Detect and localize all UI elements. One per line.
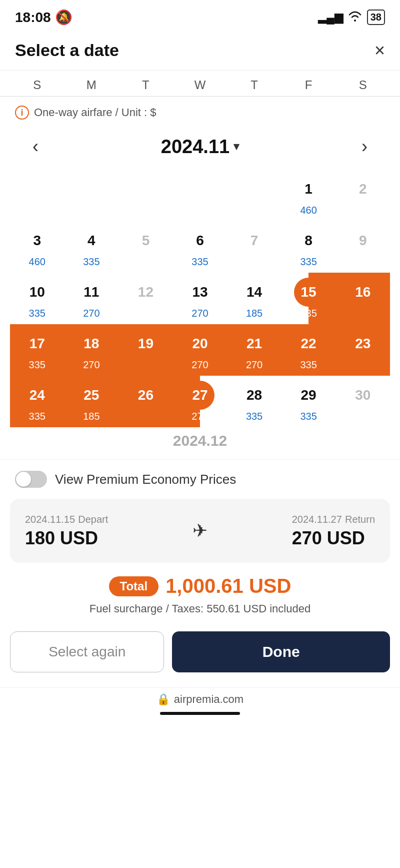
return-amount: 270 USD [292, 528, 375, 549]
lock-icon: 🔒 [156, 693, 170, 706]
done-button[interactable]: Done [172, 631, 390, 672]
premium-economy-toggle-row: View Premium Economy Prices [0, 459, 400, 499]
status-bar: 18:08 🔕 ▂▄▆ 38 [0, 0, 400, 31]
return-date-label: 2024.11.27 Return [292, 513, 375, 526]
calendar-day-empty [227, 170, 282, 221]
day-tue: T [118, 78, 173, 92]
calendar-day-18[interactable]: 18 270 [64, 324, 119, 376]
calendar-day-21[interactable]: 21 270 [227, 324, 282, 376]
day-thu: T [227, 78, 282, 92]
prev-month-button[interactable]: ‹ [25, 134, 46, 160]
signal-icon: ▂▄▆ [318, 11, 343, 24]
info-text: One-way airfare / Unit : $ [34, 106, 156, 119]
month-title: 2024.11 ▾ [161, 136, 239, 158]
footer-domain: 🔒 airpremia.com [156, 693, 244, 706]
calendar-day-empty [118, 170, 173, 221]
mute-icon: 🔕 [55, 9, 72, 26]
calendar-day-2[interactable]: 2 [336, 170, 390, 221]
fare-summary: 2024.11.15 Depart 180 USD ✈ 2024.11.27 R… [10, 499, 390, 563]
status-left: 18:08 🔕 [15, 9, 72, 26]
calendar-day-15[interactable]: 15 335 [282, 273, 336, 324]
footer: 🔒 airpremia.com [0, 687, 400, 725]
calendar-day-empty [64, 170, 119, 221]
page-title: Select a date [15, 41, 119, 60]
calendar-day-10[interactable]: 10 335 [10, 273, 64, 324]
calendar-day-27[interactable]: 27 270 [173, 376, 228, 427]
total-row: Total 1,000.61 USD [10, 575, 390, 597]
calendar-day-empty [173, 170, 228, 221]
calendar-grid: 1 460 2 3 460 4 335 5 6 335 7 8 335 9 10… [0, 170, 400, 427]
total-badge: Total [109, 576, 159, 596]
return-fare: 2024.11.27 Return 270 USD [292, 513, 375, 549]
battery-indicator: 38 [367, 10, 385, 25]
next-month-button[interactable]: › [354, 134, 375, 160]
depart-fare: 2024.11.15 Depart 180 USD [25, 513, 108, 549]
total-section: Total 1,000.61 USD Fuel surcharge / Taxe… [0, 563, 400, 621]
depart-amount: 180 USD [25, 528, 108, 549]
day-fri: F [282, 78, 336, 92]
page-header: Select a date × [0, 31, 400, 71]
calendar-day-13[interactable]: 13 270 [173, 273, 228, 324]
weekday-headers: S M T W T F S [0, 71, 400, 97]
toggle-knob [16, 472, 31, 487]
next-month-peek: 2024.12 [0, 427, 400, 459]
select-again-button[interactable]: Select again [10, 631, 164, 672]
calendar-day-22[interactable]: 22 335 [282, 324, 336, 376]
calendar-day-30[interactable]: 30 [336, 376, 390, 427]
day-mon: M [64, 78, 119, 92]
calendar-day-5[interactable]: 5 [118, 221, 173, 273]
day-wed: W [173, 78, 228, 92]
premium-economy-label: View Premium Economy Prices [55, 472, 236, 487]
day-sun: S [10, 78, 64, 92]
calendar-day-11[interactable]: 11 270 [64, 273, 119, 324]
calendar-day-1[interactable]: 1 460 [282, 170, 336, 221]
calendar-day-23[interactable]: 23 [336, 324, 390, 376]
depart-date-label: 2024.11.15 Depart [25, 513, 108, 526]
domain-text: airpremia.com [174, 693, 244, 706]
calendar-day-24[interactable]: 24 335 [10, 376, 64, 427]
action-buttons: Select again Done [0, 621, 400, 687]
wifi-icon [348, 11, 362, 25]
calendar-day-12[interactable]: 12 [118, 273, 173, 324]
calendar-day-19[interactable]: 19 [118, 324, 173, 376]
calendar-day-3[interactable]: 3 460 [10, 221, 64, 273]
home-indicator [160, 712, 240, 715]
total-note: Fuel surcharge / Taxes: 550.61 USD inclu… [10, 602, 390, 615]
month-dropdown-arrow[interactable]: ▾ [234, 140, 239, 153]
calendar-day-7[interactable]: 7 [227, 221, 282, 273]
status-right: ▂▄▆ 38 [318, 10, 385, 25]
calendar-navigation: ‹ 2024.11 ▾ › [0, 129, 400, 170]
calendar-day-17[interactable]: 17 335 [10, 324, 64, 376]
calendar-day-empty [10, 170, 64, 221]
time-display: 18:08 [15, 10, 51, 26]
info-icon: i [15, 106, 29, 120]
calendar-day-6[interactable]: 6 335 [173, 221, 228, 273]
calendar-day-14[interactable]: 14 185 [227, 273, 282, 324]
calendar-day-26[interactable]: 26 [118, 376, 173, 427]
plane-icon: ✈ [192, 520, 208, 541]
day-sat: S [336, 78, 390, 92]
close-button[interactable]: × [374, 42, 385, 60]
calendar-day-9[interactable]: 9 [336, 221, 390, 273]
calendar-day-28[interactable]: 28 335 [227, 376, 282, 427]
calendar-day-16[interactable]: 16 [336, 273, 390, 324]
premium-economy-toggle[interactable] [15, 471, 47, 488]
info-bar: i One-way airfare / Unit : $ [0, 97, 400, 129]
total-amount: 1,000.61 USD [166, 575, 291, 597]
calendar-day-20[interactable]: 20 270 [173, 324, 228, 376]
calendar-day-29[interactable]: 29 335 [282, 376, 336, 427]
calendar-day-4[interactable]: 4 335 [64, 221, 119, 273]
calendar-day-25[interactable]: 25 185 [64, 376, 119, 427]
calendar-day-8[interactable]: 8 335 [282, 221, 336, 273]
